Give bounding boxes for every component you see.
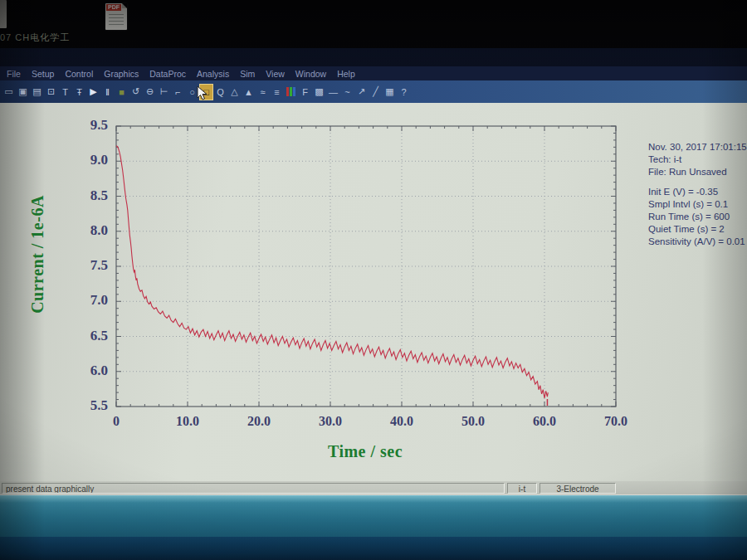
- menu-item-window[interactable]: Window: [295, 69, 326, 79]
- hold-icon[interactable]: ⊢: [158, 85, 170, 100]
- info-line: File: Run Unsaved: [648, 166, 747, 178]
- monitor-photo: PDF 07 CH电化学工 FileSetupControlGraphicsDa…: [0, 0, 747, 560]
- y-tick-label: 7.5: [70, 257, 108, 274]
- info-line: Quiet Time (s) = 2: [648, 223, 747, 236]
- marker-style-icon[interactable]: ↗: [355, 85, 368, 100]
- info-spacer: [648, 178, 747, 186]
- y-tick-label: 8.5: [70, 187, 108, 204]
- run-parameters-panel: Nov. 30, 2017 17:01:15Tech: i-tFile: Run…: [648, 141, 747, 248]
- toolbar: ▭▣▤⊡TŦ▶‖■↺⊖⊢⌐○□Q△▲≈≡F▩—~↗╱▦?: [0, 80, 747, 103]
- pdf-file-icon[interactable]: PDF: [105, 3, 127, 30]
- clipboard-icon[interactable]: ▩: [313, 85, 325, 100]
- menu-item-graphics[interactable]: Graphics: [104, 69, 139, 79]
- y-tick-label: 9.0: [70, 152, 108, 168]
- taskbar-band: [0, 495, 747, 537]
- mouse-cursor: [197, 85, 210, 102]
- x-tick-label: 20.0: [236, 414, 282, 429]
- menu-item-view[interactable]: View: [266, 69, 285, 79]
- stop-icon[interactable]: ■: [115, 85, 128, 100]
- status-technique: i-t: [507, 483, 537, 494]
- color-bar: [290, 87, 292, 96]
- x-tick-label: 10.0: [164, 414, 211, 429]
- repeat-icon[interactable]: ⌐: [172, 85, 184, 100]
- y-tick-label: 6.0: [70, 363, 108, 379]
- page-fold-corner: [122, 3, 127, 8]
- y-tick-label: 7.0: [70, 292, 108, 309]
- window-titlebar[interactable]: [0, 48, 747, 66]
- x-tick-label: 40.0: [378, 414, 425, 429]
- info-line: Init E (V) = -0.35: [648, 186, 747, 198]
- info-line: Sensitivity (A/V) = 0.01: [648, 236, 747, 248]
- y-tick-label: 8.0: [70, 222, 108, 239]
- help-icon[interactable]: ?: [398, 85, 410, 100]
- reverse-icon[interactable]: ↺: [129, 85, 142, 100]
- x-axis-title: Time / sec: [241, 442, 490, 461]
- x-tick-label: 50.0: [450, 414, 496, 429]
- info-line: Smpl Intvl (s) = 0.1: [648, 198, 747, 211]
- desktop-icon-partial[interactable]: [0, 0, 7, 28]
- document-lines: [109, 14, 124, 27]
- color-bars-icon[interactable]: [285, 85, 297, 100]
- y-axis-title: Current / 1e-6A: [28, 115, 47, 393]
- text-icon[interactable]: T: [59, 85, 71, 100]
- text-frame-icon[interactable]: Ŧ: [73, 85, 85, 100]
- y-tick-label: 5.5: [70, 397, 108, 414]
- open-icon[interactable]: ▭: [2, 85, 15, 100]
- menu-item-analysis[interactable]: Analysis: [197, 69, 229, 79]
- line-style-icon[interactable]: —: [327, 85, 339, 100]
- x-tick-label: 70.0: [593, 414, 639, 429]
- menu-item-file[interactable]: File: [7, 69, 21, 79]
- desktop-background: PDF 07 CH电化学工: [0, 0, 747, 48]
- status-electrode-mode: 3-Electrode: [540, 483, 616, 494]
- smooth-icon[interactable]: ≈: [256, 85, 269, 100]
- info-line: Tech: i-t: [648, 153, 747, 166]
- save-icon[interactable]: ▣: [17, 85, 29, 100]
- x-tick-label: 30.0: [307, 414, 354, 429]
- menu-item-setup[interactable]: Setup: [32, 69, 54, 79]
- pause-icon[interactable]: ‖: [101, 85, 114, 100]
- pdf-badge: PDF: [106, 4, 121, 11]
- menu-bar: FileSetupControlGraphicsDataProcAnalysis…: [0, 66, 747, 80]
- x-tick-label: 0: [93, 414, 139, 429]
- data-list-icon[interactable]: ≡: [271, 85, 283, 100]
- desktop-icon-label: 07 CH电化学工: [0, 32, 70, 44]
- stamp-icon[interactable]: ⊡: [45, 85, 57, 100]
- slope-icon[interactable]: ╱: [369, 85, 382, 100]
- font-icon[interactable]: F: [299, 85, 311, 100]
- run-icon[interactable]: ▶: [87, 85, 100, 100]
- menu-item-help[interactable]: Help: [337, 69, 355, 79]
- magnifier-icon[interactable]: Q: [214, 85, 227, 100]
- menu-item-control[interactable]: Control: [65, 69, 93, 79]
- peak-icon[interactable]: ▲: [242, 85, 255, 100]
- print-icon[interactable]: ▤: [31, 85, 43, 100]
- screen-bottom-band: [0, 537, 747, 560]
- color-bar: [293, 87, 295, 96]
- curve-style-icon[interactable]: ~: [341, 85, 354, 100]
- menu-item-sim[interactable]: Sim: [240, 69, 255, 79]
- step-icon[interactable]: ⊖: [144, 85, 156, 100]
- info-line: Run Time (s) = 600: [648, 211, 747, 223]
- menu-item-dataproc[interactable]: DataProc: [149, 69, 186, 79]
- y-tick-label: 9.5: [70, 117, 108, 134]
- info-line: Nov. 30, 2017 17:01:15: [648, 141, 747, 153]
- x-tick-label: 60.0: [521, 414, 568, 429]
- status-bar: present data graphically i-t 3-Electrode: [0, 481, 747, 495]
- color-bar: [286, 87, 289, 96]
- peak-outline-icon[interactable]: △: [228, 85, 241, 100]
- status-message: present data graphically: [2, 483, 505, 494]
- y-tick-label: 6.5: [70, 328, 108, 344]
- grid-icon[interactable]: ▦: [383, 85, 396, 100]
